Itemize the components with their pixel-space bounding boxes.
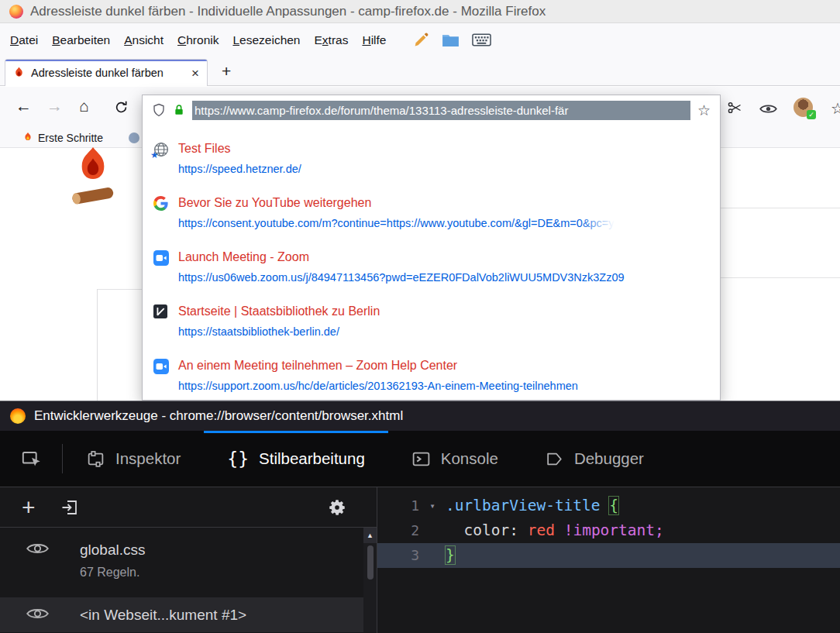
stylesheet-list: global.css 67 Regeln. <in Webseit...kume…: [0, 528, 377, 632]
url-bar[interactable]: https://www.camp-firefox.de/forum/thema/…: [143, 95, 720, 125]
open-brace: {: [609, 497, 618, 514]
suggestion-title: Startseite | Staatsbibliothek zu Berlin: [178, 303, 380, 319]
visibility-eye-icon[interactable]: [26, 607, 49, 632]
tab-bar: Adressleiste dunkel färben × +: [0, 57, 840, 86]
account-avatar[interactable]: ✓: [794, 98, 813, 117]
tab-stilbearbeitung[interactable]: {} Stilbearbeitung: [204, 431, 387, 487]
stylesheet-rule-count: 67 Regeln.: [80, 566, 146, 580]
bookmark-star-icon[interactable]: ☆: [697, 101, 711, 119]
options-gear-icon[interactable]: [327, 497, 347, 518]
zoom-icon: [153, 249, 172, 295]
suggestion-row[interactable]: ★ Test Files https://speed.hetzner.de/: [143, 132, 720, 187]
content-divider: [721, 277, 840, 278]
partial-favicon[interactable]: [129, 132, 139, 143]
menu-chronik[interactable]: Chronik: [170, 28, 225, 53]
menu-datei[interactable]: Datei: [3, 28, 45, 53]
home-button[interactable]: ⌂: [79, 97, 89, 115]
tab-close-icon[interactable]: ×: [191, 67, 199, 80]
scrollbar[interactable]: ▲: [363, 528, 377, 632]
visibility-eye-icon[interactable]: [26, 542, 49, 597]
partial-star-icon[interactable]: ☆: [831, 99, 840, 118]
suggestion-row[interactable]: Bevor Sie zu YouTube weitergehen https:/…: [143, 187, 720, 241]
style-editor-icon: {}: [227, 449, 249, 469]
url-suggestions: ★ Test Files https://speed.hetzner.de/ B…: [143, 125, 720, 404]
css-selector: .urlbarView-title: [446, 497, 601, 514]
forward-button[interactable]: →: [46, 97, 63, 115]
line-number: 1: [377, 494, 419, 518]
urlbar-dropdown: https://www.camp-firefox.de/forum/thema/…: [142, 95, 721, 401]
tab-debugger[interactable]: Debugger: [522, 431, 667, 487]
suggestion-url: https://us06web.zoom.us/j/84947113456?pw…: [178, 270, 625, 285]
devtools-titlebar: Entwicklerwerkzeuge - chrome://browser/c…: [0, 401, 840, 431]
menubar: Datei Bearbeiten Ansicht Chronik Lesezei…: [0, 23, 840, 57]
suggestion-row[interactable]: Startseite | Staatsbibliothek zu Berlin …: [143, 295, 720, 349]
stylesheet-item-global-css[interactable]: global.css 67 Regeln.: [0, 528, 377, 597]
window-title: Adressleiste dunkel färben - Individuell…: [30, 4, 546, 19]
suggestion-url: https://consent.youtube.com/m?continue=h…: [178, 215, 615, 231]
inspector-icon: [86, 449, 105, 469]
bookmark-label: Erste Schritte: [38, 132, 103, 144]
firefox-icon: [9, 5, 23, 19]
menu-extras[interactable]: Extras: [308, 28, 356, 53]
stylesheet-sidebar: + global.css 67 Regeln.: [0, 487, 377, 633]
suggestion-url: https://support.zoom.us/hc/de/articles/2…: [178, 378, 578, 394]
bookmark-erste-schritte[interactable]: Erste Schritte: [23, 132, 103, 144]
suggestion-title: Bevor Sie zu YouTube weitergehen: [178, 194, 615, 211]
tab-konsole[interactable]: Konsole: [388, 431, 522, 487]
screen: Adressleiste dunkel färben - Individuell…: [0, 0, 840, 633]
tab-label: Debugger: [574, 449, 644, 468]
code-line-3[interactable]: 3 }: [377, 543, 840, 568]
css-code-editor[interactable]: 1 ▾ .urlbarView-title { 2 color: red !im…: [377, 487, 840, 633]
suggestion-title: Test Files: [178, 140, 301, 157]
card-border-left: [97, 289, 98, 401]
close-brace: }: [446, 546, 455, 564]
lock-icon[interactable]: [173, 104, 185, 116]
url-input-value[interactable]: https://www.camp-firefox.de/forum/thema/…: [192, 101, 690, 120]
suggestion-row[interactable]: Launch Meeting - Zoom https://us06web.zo…: [143, 241, 720, 295]
scrollbar-thumb[interactable]: [367, 545, 374, 580]
menu-bearbeiten[interactable]: Bearbeiten: [45, 28, 117, 53]
fold-arrow-icon[interactable]: ▾: [419, 494, 446, 518]
card-border-top: [97, 289, 142, 290]
tab-adressleiste[interactable]: Adressleiste dunkel färben ×: [5, 59, 208, 86]
stylesheet-item-inline[interactable]: <in Webseit...kument #1>: [0, 597, 377, 632]
scissors-icon[interactable]: [727, 100, 742, 115]
library-icon: [153, 303, 172, 349]
suggestion-row[interactable]: An einem Meeting teilnehmen – Zoom Help …: [143, 349, 720, 404]
menu-lesezeichen[interactable]: Lesezeichen: [225, 28, 307, 53]
content-divider: [721, 208, 840, 208]
green-check-badge: ✓: [807, 110, 816, 119]
camp-firefox-favicon: [13, 67, 25, 80]
code-line-2[interactable]: 2 color: red !important;: [377, 518, 840, 543]
line-number: 2: [377, 518, 419, 543]
fire-favicon: [23, 132, 33, 143]
eye-icon[interactable]: [759, 103, 777, 115]
scroll-up-arrow[interactable]: ▲: [363, 528, 377, 543]
tab-title: Adressleiste dunkel färben: [31, 67, 185, 79]
menu-ansicht[interactable]: Ansicht: [117, 28, 170, 53]
new-stylesheet-button[interactable]: +: [22, 496, 36, 519]
style-editor-panel: + global.css 67 Regeln.: [0, 487, 840, 633]
import-stylesheet-button[interactable]: [60, 498, 79, 517]
shield-icon[interactable]: [152, 103, 166, 117]
back-button[interactable]: ←: [15, 97, 32, 115]
console-icon: [411, 449, 431, 469]
stylesheet-name: <in Webseit...kument #1>: [80, 607, 246, 624]
folder-icon[interactable]: [442, 33, 460, 47]
tab-label: Konsole: [441, 449, 498, 468]
css-property: color: [463, 521, 509, 539]
reload-icon[interactable]: [114, 100, 129, 115]
suggestion-title: An einem Meeting teilnehmen – Zoom Help …: [178, 357, 578, 373]
tab-label: Stilbearbeitung: [259, 449, 365, 468]
new-tab-button[interactable]: +: [222, 62, 231, 81]
menu-hilfe[interactable]: Hilfe: [355, 28, 393, 53]
notes-pencil-icon[interactable]: [413, 32, 429, 48]
bookmarked-star-badge: ★: [150, 150, 159, 160]
keyboard-icon[interactable]: [472, 33, 491, 46]
pick-element-button[interactable]: [0, 431, 62, 487]
line-number: 3: [377, 543, 419, 568]
devtools-firefox-icon: [10, 408, 26, 424]
debugger-icon: [545, 449, 564, 469]
tab-inspektor[interactable]: Inspektor: [63, 431, 204, 487]
code-line-1[interactable]: 1 ▾ .urlbarView-title {: [377, 494, 840, 518]
